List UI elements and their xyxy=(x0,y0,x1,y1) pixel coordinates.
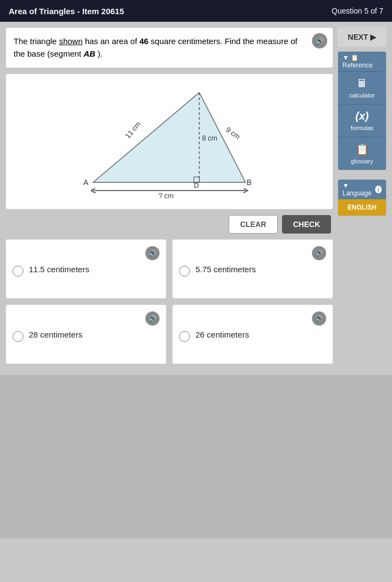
label-left-side: 11 cm xyxy=(124,120,142,140)
answer-card-c[interactable]: 🔊 28 centimeters xyxy=(5,304,167,364)
label-a: A xyxy=(83,178,89,187)
question-shown: shown xyxy=(59,36,82,46)
clear-button[interactable]: CLEAR xyxy=(229,215,278,234)
info-icon: i xyxy=(375,186,382,193)
answer-a-radio-container: 11.5 centimeters xyxy=(13,265,160,277)
reference-items: 🖩 calculator (x) formulas 📋 glossary xyxy=(338,71,386,170)
glossary-button[interactable]: 📋 glossary xyxy=(338,137,386,170)
page-title: Area of Triangles - Item 20615 xyxy=(9,7,124,16)
next-arrow-icon: ▶ xyxy=(370,33,376,41)
answer-c-label: 28 centimeters xyxy=(29,330,82,339)
question-counter: Question 5 of 7 xyxy=(332,7,383,15)
right-sidebar: NEXT ▶ ▼ 📋 Reference 🖩 calculator (x) fo… xyxy=(338,27,387,364)
language-english-button[interactable]: ENGLISH xyxy=(338,199,386,216)
speaker-icon-b: 🔊 xyxy=(315,249,323,257)
answer-b-radio[interactable] xyxy=(179,266,190,277)
question-text-end: ). xyxy=(97,49,102,58)
answer-d-radio[interactable] xyxy=(179,331,190,342)
question-box: 🔊 The triangle shown has an area of 46 s… xyxy=(5,27,333,68)
answer-b-audio-button[interactable]: 🔊 xyxy=(312,246,326,260)
language-section: ▼ Language i ENGLISH xyxy=(338,179,387,216)
answer-card-d[interactable]: 🔊 26 centimeters xyxy=(172,304,333,364)
answer-card-b-top: 🔊 xyxy=(179,246,326,260)
label-base: ? cm xyxy=(158,192,174,200)
reference-header-label: ▼ 📋 Reference xyxy=(342,54,382,69)
answer-b-radio-container: 5.75 centimeters xyxy=(179,265,326,277)
answer-c-radio-container: 28 centimeters xyxy=(13,330,160,342)
bottom-area xyxy=(0,375,392,538)
answer-a-label: 11.5 centimeters xyxy=(29,265,89,274)
question-audio-button[interactable]: 🔊 xyxy=(312,33,327,48)
answer-a-audio-button[interactable]: 🔊 xyxy=(145,246,160,260)
reference-section: ▼ 📋 Reference 🖩 calculator (x) formulas … xyxy=(338,51,387,170)
formulas-label: formulas xyxy=(351,125,373,131)
glossary-label: glossary xyxy=(351,158,373,164)
label-d: D xyxy=(194,181,199,189)
answer-d-audio-button[interactable]: 🔊 xyxy=(312,311,326,326)
answer-card-d-top: 🔊 xyxy=(179,311,326,326)
question-text-suffix: square centimeters. Find the measure of … xyxy=(14,36,297,58)
label-height: 8 cm xyxy=(202,134,217,142)
area-value: 46 xyxy=(139,36,149,46)
answers-grid: 🔊 11.5 centimeters 🔊 5.7 xyxy=(5,239,333,364)
header: Area of Triangles - Item 20615 Question … xyxy=(0,0,392,22)
question-text-middle: has an area of 46 xyxy=(85,36,151,46)
reference-header[interactable]: ▼ 📋 Reference xyxy=(338,52,386,71)
speaker-icon-c: 🔊 xyxy=(149,315,157,322)
check-button[interactable]: CHECK xyxy=(282,215,331,234)
next-button[interactable]: NEXT ▶ xyxy=(338,27,387,47)
calculator-label: calculator xyxy=(349,92,375,99)
answer-c-audio-button[interactable]: 🔊 xyxy=(145,311,160,326)
label-b: B xyxy=(247,178,252,187)
calculator-button[interactable]: 🖩 calculator xyxy=(338,71,386,104)
content-panel: 🔊 The triangle shown has an area of 46 s… xyxy=(5,27,333,364)
speaker-icon: 🔊 xyxy=(315,37,324,45)
formulas-icon: (x) xyxy=(356,110,369,122)
speaker-icon-d: 🔊 xyxy=(315,315,323,322)
action-row: CLEAR CHECK xyxy=(5,215,333,234)
question-text-prefix: The triangle xyxy=(14,36,57,46)
answer-a-radio[interactable] xyxy=(13,266,23,277)
main-area: 🔊 The triangle shown has an area of 46 s… xyxy=(0,22,392,370)
formulas-button[interactable]: (x) formulas xyxy=(338,104,386,137)
svg-marker-0 xyxy=(93,93,246,182)
glossary-icon: 📋 xyxy=(356,143,369,156)
diagram-container: C A B D 11 cm 9 cm 8 cm ? cm xyxy=(5,73,333,210)
answer-card-b[interactable]: 🔊 5.75 centimeters xyxy=(172,239,333,299)
language-header-label: ▼ Language xyxy=(342,182,373,197)
answer-card-a[interactable]: 🔊 11.5 centimeters xyxy=(5,239,167,299)
answer-d-label: 26 centimeters xyxy=(195,330,249,339)
next-label: NEXT xyxy=(348,33,368,41)
triangle-diagram: C A B D 11 cm 9 cm 8 cm ? cm xyxy=(82,82,256,201)
label-right-side: 9 cm xyxy=(224,125,242,140)
language-header[interactable]: ▼ Language i xyxy=(338,180,386,199)
segment-ab: AB xyxy=(83,49,95,58)
answer-d-radio-container: 26 centimeters xyxy=(179,330,326,342)
calculator-icon: 🖩 xyxy=(357,77,367,90)
answer-c-radio[interactable] xyxy=(13,331,23,342)
speaker-icon-a: 🔊 xyxy=(149,249,157,257)
answer-card-a-top: 🔊 xyxy=(13,246,160,260)
answer-b-label: 5.75 centimeters xyxy=(195,265,256,274)
answer-card-c-top: 🔊 xyxy=(13,311,160,326)
